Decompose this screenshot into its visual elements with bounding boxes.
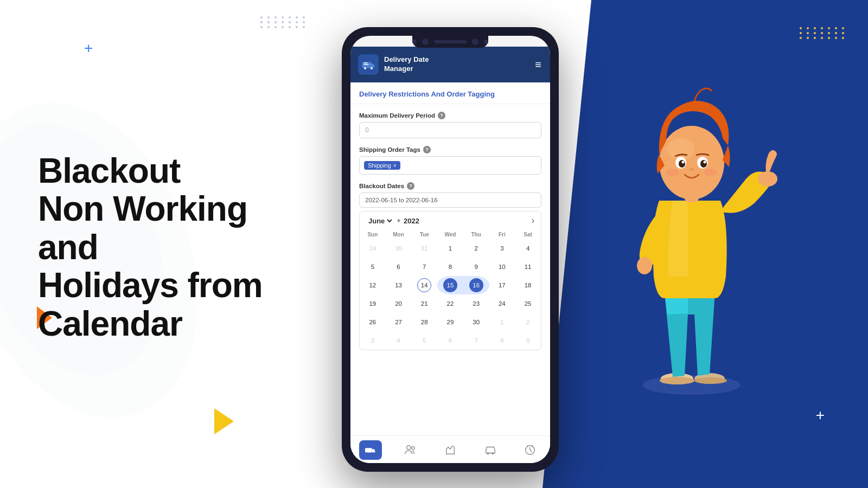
decorative-dots-center <box>260 16 307 28</box>
calendar-week-6: 3 4 5 6 7 8 9 <box>360 331 541 350</box>
cal-day[interactable]: 8 <box>489 331 515 350</box>
svg-point-20 <box>758 171 777 187</box>
cal-day[interactable]: 22 <box>437 294 463 313</box>
cal-day[interactable]: 25 <box>515 294 541 313</box>
cal-day[interactable]: 13 <box>386 276 412 294</box>
svg-point-23 <box>659 126 724 200</box>
calendar-week-4: 19 20 21 22 23 24 25 <box>360 294 541 313</box>
tag-label: Shipping <box>368 162 391 169</box>
cal-day[interactable]: 3 <box>489 239 515 258</box>
nav-item-schedule[interactable] <box>519 440 541 460</box>
cal-day[interactable]: 21 <box>411 294 437 313</box>
cal-day-16[interactable]: 16 <box>463 276 489 294</box>
phone-outer: Delivery Date Manager ≡ Delivery Restric… <box>342 27 559 472</box>
nav-delivery-icon <box>359 440 382 460</box>
cal-day[interactable]: 26 <box>360 313 386 331</box>
cal-day[interactable]: 17 <box>489 276 515 294</box>
heading-line1: Blackout <box>38 151 180 190</box>
shipping-tags-group: Shipping Order Tags ? Shipping × <box>359 146 541 175</box>
calendar: June ▾ 2022 › Sun Mon <box>359 211 541 350</box>
calendar-next-button[interactable]: › <box>532 216 534 226</box>
max-delivery-label: Maximum Delivery Period ? <box>359 112 541 119</box>
svg-point-9 <box>372 453 374 454</box>
character-illustration <box>597 49 787 418</box>
cal-day[interactable]: 3 <box>360 331 386 350</box>
cal-day[interactable]: 4 <box>515 239 541 258</box>
app-header-left: Delivery Date Manager <box>358 54 429 75</box>
cal-day[interactable]: 10 <box>489 258 515 276</box>
cal-day[interactable]: 2 <box>515 313 541 331</box>
app-logo <box>358 54 379 75</box>
cal-day[interactable]: 29 <box>437 313 463 331</box>
bottom-nav <box>350 435 550 463</box>
cal-day[interactable]: 11 <box>515 258 541 276</box>
tags-input-field[interactable]: Shipping × <box>359 156 541 175</box>
shipping-tags-help-icon[interactable]: ? <box>423 146 431 153</box>
blackout-dates-group: Blackout Dates ? June ▾ 2022 <box>359 182 541 350</box>
cal-day[interactable]: 27 <box>386 313 412 331</box>
cal-day[interactable]: 9 <box>463 258 489 276</box>
blackout-dates-label: Blackout Dates ? <box>359 182 541 190</box>
cal-day[interactable]: 31 <box>411 239 437 258</box>
cal-day[interactable]: 18 <box>515 276 541 294</box>
heading-line4: Calendar <box>38 304 182 343</box>
svg-point-11 <box>412 447 415 450</box>
cal-day[interactable]: 28 <box>411 313 437 331</box>
tag-remove-icon[interactable]: × <box>393 163 397 169</box>
weekday-tue: Tue <box>411 230 437 239</box>
cal-day-15[interactable]: 15 <box>437 276 463 294</box>
nav-item-users[interactable] <box>399 440 422 460</box>
app-header: Delivery Date Manager ≡ <box>350 47 550 82</box>
cal-day[interactable]: 4 <box>386 331 412 350</box>
cal-day[interactable]: 6 <box>437 331 463 350</box>
nav-item-vehicle[interactable] <box>479 440 502 460</box>
nav-users-icon <box>399 440 422 460</box>
heading-line2: Non Working and <box>38 189 247 266</box>
cal-day[interactable]: 5 <box>411 331 437 350</box>
cal-day[interactable]: 30 <box>386 239 412 258</box>
phone-screen: Delivery Date Manager ≡ Delivery Restric… <box>350 36 550 463</box>
svg-point-29 <box>682 161 685 164</box>
hamburger-menu[interactable]: ≡ <box>535 59 541 71</box>
cal-day[interactable]: 24 <box>360 239 386 258</box>
cal-day[interactable]: 2 <box>463 239 489 258</box>
calendar-grid: Sun Mon Tue Wed Thu Fri Sat <box>360 230 541 350</box>
max-delivery-input[interactable] <box>359 122 541 138</box>
cal-day[interactable]: 23 <box>463 294 489 313</box>
cal-day[interactable]: 6 <box>386 258 412 276</box>
cal-day[interactable]: 7 <box>411 258 437 276</box>
form-area: Maximum Delivery Period ? Shipping Order… <box>350 104 550 435</box>
cal-day[interactable]: 9 <box>515 331 541 350</box>
nav-schedule-icon <box>519 440 541 460</box>
cal-day[interactable]: 20 <box>386 294 412 313</box>
cal-day[interactable]: 14 <box>411 276 437 294</box>
svg-point-28 <box>700 160 707 168</box>
calendar-year: 2022 <box>404 217 419 225</box>
svg-point-6 <box>371 67 373 69</box>
decorative-dots-right <box>800 27 846 39</box>
cal-day[interactable]: 24 <box>489 294 515 313</box>
cal-day[interactable]: 1 <box>489 313 515 331</box>
nav-item-delivery[interactable] <box>359 440 382 460</box>
phone-mockup: Delivery Date Manager ≡ Delivery Restric… <box>342 27 559 472</box>
plus-icon-left: + <box>84 41 93 56</box>
month-select[interactable]: June <box>366 216 394 226</box>
cal-day[interactable]: 1 <box>437 239 463 258</box>
weekday-sat: Sat <box>515 230 541 239</box>
cal-day[interactable]: 7 <box>463 331 489 350</box>
svg-point-27 <box>679 160 685 168</box>
svg-point-19 <box>694 377 727 384</box>
cal-day[interactable]: 5 <box>360 258 386 276</box>
svg-point-32 <box>704 169 717 176</box>
cal-day[interactable]: 12 <box>360 276 386 294</box>
cal-day[interactable]: 19 <box>360 294 386 313</box>
max-delivery-help-icon[interactable]: ? <box>438 112 445 119</box>
shipping-tags-label: Shipping Order Tags ? <box>359 146 541 153</box>
date-range-input[interactable] <box>359 192 541 208</box>
max-delivery-group: Maximum Delivery Period ? <box>359 112 541 138</box>
app-content: Delivery Restrictions And Order Tagging … <box>350 82 550 463</box>
nav-item-stats[interactable] <box>439 440 462 460</box>
cal-day[interactable]: 8 <box>437 258 463 276</box>
blackout-dates-help-icon[interactable]: ? <box>407 182 414 190</box>
cal-day[interactable]: 30 <box>463 313 489 331</box>
